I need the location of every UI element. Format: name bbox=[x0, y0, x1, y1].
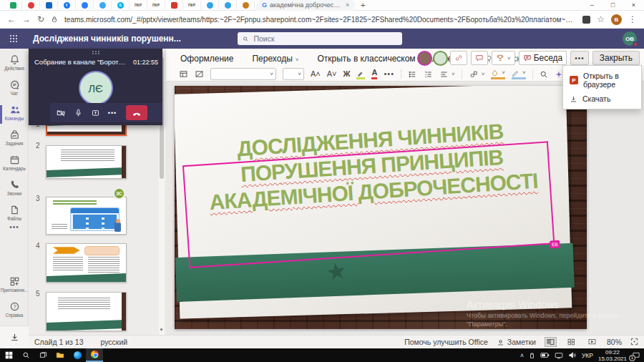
comments-button[interactable] bbox=[471, 51, 488, 65]
language-setting[interactable]: русский bbox=[101, 338, 128, 346]
file-explorer-button[interactable] bbox=[52, 348, 69, 362]
shape-fill-button[interactable]: ˅ bbox=[491, 69, 505, 79]
bullet-list-button[interactable] bbox=[408, 70, 417, 79]
taskbar-clock[interactable]: 09:22 15.03.2021 bbox=[598, 349, 627, 362]
font-family-select[interactable]: ˅ bbox=[210, 68, 276, 80]
sidebar-item-chat[interactable]: Чат bbox=[0, 79, 29, 96]
slideshow-view-button[interactable] bbox=[586, 337, 598, 347]
coauthor-avatar-2[interactable] bbox=[434, 52, 447, 64]
task-view-button[interactable] bbox=[34, 348, 52, 362]
layout-icon[interactable] bbox=[195, 69, 204, 79]
notes-button[interactable]: Заметки bbox=[497, 338, 536, 346]
slide-thumbnail-3[interactable] bbox=[46, 197, 127, 235]
copy-link-button[interactable] bbox=[450, 51, 467, 65]
teams-user-avatar[interactable]: ОВ bbox=[623, 31, 637, 46]
active-tab[interactable]: G академічна доброчесність кон... × bbox=[256, 0, 355, 11]
chrome-button[interactable] bbox=[86, 348, 103, 362]
improve-office-link[interactable]: Помочь улучшить Office bbox=[404, 338, 488, 346]
coauthor-avatar-1[interactable] bbox=[419, 52, 431, 64]
highlight-color-button[interactable] bbox=[356, 69, 365, 79]
action-center-button[interactable]: 1 bbox=[632, 351, 640, 360]
usb-icon[interactable] bbox=[529, 351, 535, 359]
speaker-icon[interactable] bbox=[568, 351, 577, 359]
keyboard-language[interactable]: УКР bbox=[582, 352, 593, 359]
menu-item-download[interactable]: Скачать bbox=[563, 92, 641, 106]
pinned-tab[interactable]: ПКР bbox=[147, 1, 165, 9]
pinned-tab[interactable]: ПКР bbox=[130, 1, 147, 9]
pinned-tab[interactable] bbox=[76, 1, 94, 9]
sidebar-item-teams[interactable]: Команды bbox=[0, 104, 29, 121]
pinned-tab[interactable] bbox=[201, 1, 219, 9]
hang-up-button[interactable] bbox=[126, 105, 147, 120]
forward-button[interactable]: → bbox=[22, 14, 31, 24]
meeting-mini-window[interactable]: Собрание в канале "Боротьба з п... 01:22… bbox=[29, 49, 162, 125]
back-button[interactable]: ← bbox=[7, 14, 16, 24]
battery-icon[interactable] bbox=[540, 352, 550, 358]
numbered-list-button[interactable] bbox=[424, 70, 433, 79]
edge-button[interactable] bbox=[69, 348, 86, 362]
close-button[interactable]: × bbox=[623, 0, 644, 11]
microphone-button[interactable] bbox=[70, 105, 86, 121]
close-presentation-button[interactable]: Закрыть bbox=[592, 51, 640, 65]
tab-transitions[interactable]: Переходы˅ bbox=[252, 54, 298, 64]
sidebar-item-activity[interactable]: Действия bbox=[0, 54, 29, 71]
tab-design[interactable]: Оформление bbox=[180, 54, 233, 64]
display-icon[interactable] bbox=[555, 352, 563, 359]
sidebar-item-more[interactable]: ••• bbox=[0, 223, 29, 231]
normal-view-button[interactable] bbox=[545, 337, 557, 347]
call-more-options[interactable]: ••• bbox=[104, 105, 120, 121]
tray-expand-button[interactable]: ˄ bbox=[520, 352, 524, 359]
insert-shapes-button[interactable]: ˅ bbox=[469, 70, 485, 79]
sidebar-item-calendar[interactable]: Календарь bbox=[0, 155, 29, 171]
pinned-tab[interactable]: f bbox=[58, 1, 76, 9]
pinned-tab[interactable] bbox=[165, 1, 183, 9]
shrink-font-button[interactable]: A˅ bbox=[327, 70, 337, 78]
camera-off-button[interactable] bbox=[53, 105, 69, 121]
sidebar-item-apps[interactable]: Приложени... bbox=[0, 276, 29, 293]
sidebar-item-help[interactable]: ? Справка bbox=[0, 301, 29, 318]
pinned-tab[interactable] bbox=[40, 1, 58, 9]
sidebar-item-assignments[interactable]: Задания bbox=[0, 129, 29, 146]
slide-thumbnail-2[interactable] bbox=[46, 145, 127, 179]
pinned-tab[interactable] bbox=[4, 1, 22, 9]
download-desktop-app-button[interactable] bbox=[0, 326, 29, 348]
font-color-button[interactable]: A bbox=[371, 69, 377, 79]
slide-thumbnail-4[interactable] bbox=[46, 243, 127, 283]
align-button[interactable]: ˅ bbox=[439, 70, 455, 79]
font-size-select[interactable]: ˅ bbox=[283, 68, 304, 80]
pinned-tab[interactable]: ПКР bbox=[183, 1, 201, 9]
minimize-button[interactable]: – bbox=[582, 0, 602, 11]
find-button[interactable] bbox=[540, 70, 548, 79]
sidebar-item-files[interactable]: Файлы bbox=[0, 205, 29, 221]
pinned-tab[interactable] bbox=[237, 1, 255, 9]
browser-menu-icon[interactable]: ⋮ bbox=[628, 14, 637, 24]
teams-search-box[interactable] bbox=[238, 32, 402, 45]
pinned-tab[interactable]: S bbox=[112, 1, 130, 9]
zoom-level[interactable]: 80% bbox=[607, 338, 622, 346]
current-slide[interactable]: ★ ДОСЛІДЖЕННЯ ЧИННИКІВ ПОРУШЕННЯ ПРИНЦИП… bbox=[175, 86, 587, 329]
start-button[interactable] bbox=[0, 348, 17, 362]
designer-button[interactable] bbox=[555, 70, 563, 79]
menu-item-open-in-browser[interactable]: P Открыть в браузере bbox=[563, 69, 641, 92]
slide-thumbnail-5[interactable] bbox=[46, 292, 127, 331]
tab-close-icon[interactable]: × bbox=[346, 1, 349, 9]
present-button[interactable]: ˅ bbox=[492, 51, 515, 65]
bookmark-star-icon[interactable]: ☆ bbox=[597, 14, 605, 24]
search-input[interactable] bbox=[252, 34, 397, 44]
new-slide-icon[interactable] bbox=[179, 69, 188, 79]
grow-font-button[interactable]: A˄ bbox=[311, 70, 321, 78]
drag-handle-icon[interactable] bbox=[92, 51, 94, 52]
ribbon-more-button[interactable]: ••• bbox=[570, 51, 589, 65]
reload-button[interactable]: ↻ bbox=[37, 14, 44, 24]
slide-sorter-view-button[interactable] bbox=[565, 337, 577, 347]
taskbar-search-button[interactable] bbox=[17, 348, 34, 362]
new-tab-button[interactable]: + bbox=[355, 1, 371, 9]
pinned-tab[interactable] bbox=[219, 1, 237, 9]
maximize-button[interactable]: □ bbox=[602, 0, 623, 11]
fit-to-window-button[interactable] bbox=[630, 338, 638, 347]
address-bar[interactable]: teams.microsoft.com/_#/pptx/viewer/teams… bbox=[64, 16, 576, 24]
bold-button[interactable]: Ж bbox=[343, 70, 351, 78]
extension-icon[interactable] bbox=[582, 16, 590, 24]
more-font-options[interactable]: ••• bbox=[384, 70, 394, 78]
pinned-tab[interactable] bbox=[22, 1, 40, 9]
